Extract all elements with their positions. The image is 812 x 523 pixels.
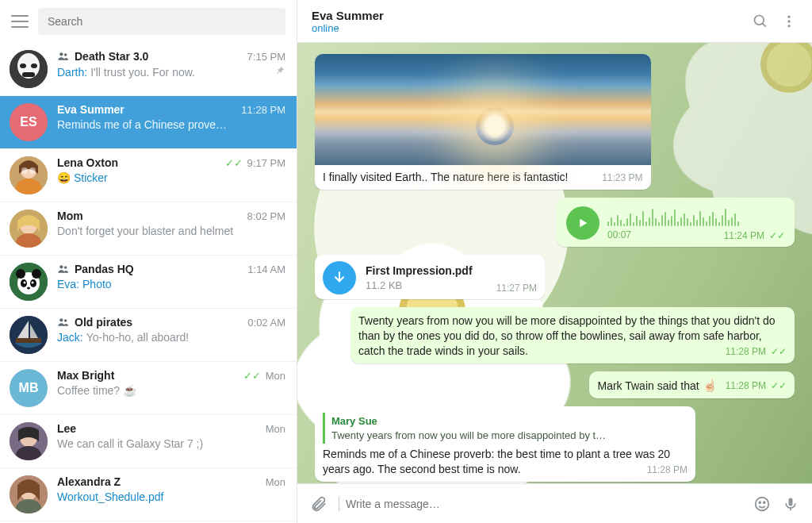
chat-time: 1:14 AM <box>247 263 285 275</box>
search-in-chat-button[interactable] <box>752 13 769 30</box>
chat-time: Mon <box>266 476 285 488</box>
message-time: 11:27 PM <box>496 282 537 294</box>
svg-point-18 <box>32 269 41 279</box>
message-text-bubble[interactable]: Mark Twain said that☝🏻 11:28 PM ✓✓ <box>315 371 795 398</box>
chat-list-item[interactable]: ESEva Summer11:28 PMReminds me of a Chin… <box>0 96 297 149</box>
attach-button[interactable] <box>310 495 327 513</box>
svg-rect-29 <box>16 338 41 343</box>
sender-prefix: Eva: <box>57 278 79 290</box>
message-time: 11:24 PM <box>724 229 764 242</box>
message-text: Mark Twain said that <box>597 379 699 392</box>
download-icon[interactable] <box>323 261 356 294</box>
menu-button[interactable] <box>11 15 29 28</box>
chat-name: Mom <box>57 210 243 222</box>
svg-rect-48 <box>789 498 793 506</box>
chat-preview: Don't forget your blaster and helmet <box>57 225 285 237</box>
chat-list-item[interactable]: MBMax Bright✓✓MonCoffee time? ☕ <box>0 362 297 415</box>
chat-list-item[interactable]: Death Star 3.07:15 PMDarth: I'll trust y… <box>0 43 297 96</box>
svg-point-23 <box>27 287 30 290</box>
more-options-button[interactable] <box>780 13 798 30</box>
svg-marker-43 <box>580 219 587 228</box>
chat-preview: We can call it Galaxy Star 7 ;) <box>57 437 285 450</box>
chat-time: 7:15 PM <box>247 51 285 63</box>
avatar <box>10 156 48 194</box>
play-button[interactable] <box>566 206 599 240</box>
avatar <box>10 475 48 513</box>
chat-preview: Sticker <box>74 171 285 184</box>
chat-list-pane: Death Star 3.07:15 PMDarth: I'll trust y… <box>0 0 297 523</box>
message-photo[interactable]: I finally visited Earth.. The nature her… <box>315 54 795 190</box>
avatar <box>10 263 48 301</box>
chat-name: Alexandra Z <box>57 475 261 488</box>
file-name: First Impression.pdf <box>366 263 479 279</box>
chat-name: Death Star 3.0 <box>75 50 243 63</box>
svg-line-39 <box>763 23 766 26</box>
left-top-bar <box>0 0 297 43</box>
file-size: 11.2 KB <box>366 279 479 293</box>
chat-name: Lee <box>57 422 261 435</box>
message-time: 11:28 PM <box>647 463 688 476</box>
chat-preview: I'll trust you. For now. <box>90 66 271 79</box>
chat-time: 9:17 PM <box>247 157 285 169</box>
reply-preview[interactable]: Mary Sue Twenty years from now you will … <box>323 413 688 444</box>
svg-point-21 <box>24 282 26 284</box>
message-text: I finally visited Earth.. The nature her… <box>323 170 584 185</box>
chat-list-item[interactable]: Old pirates0:02 AMJack: Yo-ho-ho, all ab… <box>0 309 297 362</box>
chat-list[interactable]: Death Star 3.07:15 PMDarth: I'll trust y… <box>0 43 297 523</box>
svg-point-38 <box>755 15 764 25</box>
voice-waveform[interactable] <box>607 204 785 226</box>
avatar <box>10 50 48 88</box>
chat-list-item[interactable]: Lena Oxton✓✓9:17 PM😄Sticker <box>0 149 297 202</box>
pin-icon <box>274 65 285 79</box>
preview-emoji: 😄 <box>57 171 71 184</box>
svg-point-2 <box>20 63 26 68</box>
svg-point-45 <box>756 497 769 510</box>
chat-preview: Reminds me of a Chinese prove… <box>57 118 285 131</box>
chat-title: Eva Summer <box>312 9 741 22</box>
read-checks-icon: ✓✓ <box>225 158 243 168</box>
svg-point-22 <box>32 282 34 284</box>
message-reply-bubble[interactable]: Mary Sue Twenty years from now you will … <box>315 406 795 482</box>
chat-header: Eva Summer online <box>297 0 812 43</box>
svg-point-42 <box>787 25 790 27</box>
chat-time: 8:02 PM <box>247 210 285 222</box>
svg-point-41 <box>787 20 790 22</box>
voice-duration: 00:07 <box>607 229 631 241</box>
chat-name: Old pirates <box>75 316 243 329</box>
search-input[interactable] <box>48 15 276 28</box>
svg-point-46 <box>759 502 760 503</box>
avatar: MB <box>10 369 48 407</box>
svg-point-24 <box>59 265 63 268</box>
chat-list-item[interactable]: LeeMonWe can call it Galaxy Star 7 ;) <box>0 415 297 468</box>
chat-time: Mon <box>266 423 285 435</box>
chat-time: 11:28 PM <box>241 104 285 116</box>
svg-point-10 <box>21 167 28 174</box>
svg-point-3 <box>31 63 37 68</box>
message-input[interactable] <box>346 498 742 510</box>
emoji-button[interactable] <box>753 495 771 513</box>
compose-field[interactable] <box>339 497 742 511</box>
svg-point-47 <box>764 502 765 503</box>
reply-text: Twenty years from now you will be more d… <box>331 429 681 443</box>
photo-attachment[interactable] <box>315 54 651 165</box>
messages-area[interactable]: I finally visited Earth.. The nature her… <box>297 43 812 483</box>
message-voice[interactable]: 00:07 11:24 PM ✓✓ <box>315 198 795 247</box>
search-box[interactable] <box>38 8 285 35</box>
read-checks-icon: ✓✓ <box>771 345 787 358</box>
message-file[interactable]: First Impression.pdf 11.2 KB 11:27 PM <box>315 255 795 299</box>
svg-rect-4 <box>22 72 35 77</box>
message-text-bubble[interactable]: Twenty years from now you will be more d… <box>315 307 795 363</box>
chat-list-item[interactable]: Mom8:02 PMDon't forget your blaster and … <box>0 202 297 256</box>
message-text: Twenty years from now you will be more d… <box>358 314 776 357</box>
group-icon <box>57 316 70 329</box>
chat-status: online <box>312 22 741 34</box>
chat-list-item[interactable]: Alexandra ZMonWorkout_Shedule.pdf <box>0 468 297 521</box>
avatar <box>10 422 48 460</box>
message-time: 11:28 PM <box>726 345 766 358</box>
chat-list-item[interactable]: Pandas HQ1:14 AMEva: Photo <box>0 256 297 309</box>
voice-record-button[interactable] <box>782 495 799 513</box>
message-text: Reminds me of a Chinese proverb: the bes… <box>323 448 670 475</box>
chat-time: 0:02 AM <box>247 317 285 329</box>
group-icon <box>57 263 70 275</box>
sender-prefix: Jack: <box>57 331 83 344</box>
